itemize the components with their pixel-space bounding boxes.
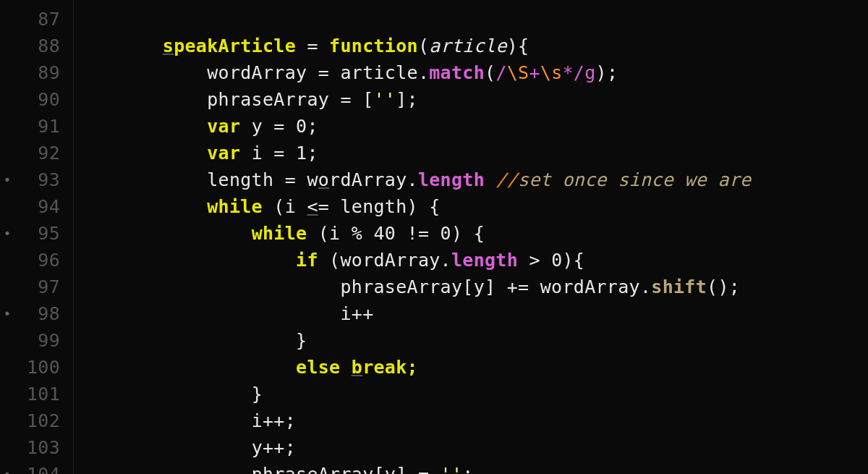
line-number[interactable]: 100 [14,354,73,381]
modification-gutter: • • • • [0,0,14,474]
code-line[interactable] [74,6,868,33]
mod-marker: • [0,166,14,193]
line-number[interactable]: 103 [14,434,73,461]
code-line[interactable]: phraseArray[y] += wordArray.shift(); [74,274,868,300]
code-line[interactable]: var y = 0; [74,113,868,140]
mod-marker [0,274,14,300]
code-line[interactable]: y++; [74,434,868,461]
mod-marker: • [0,300,14,327]
line-number[interactable]: 87 [14,6,73,33]
code-line[interactable]: if (wordArray.length > 0){ [74,247,868,274]
mod-marker [0,327,14,354]
code-line[interactable]: phraseArray = ['']; [74,86,868,113]
mod-marker [0,113,14,140]
line-number[interactable]: 98 [14,300,73,327]
code-line[interactable]: i++ [74,300,868,327]
mod-marker: • [0,220,14,247]
code-line[interactable]: } [74,327,868,354]
mod-marker [0,247,14,274]
mod-marker [0,381,14,407]
code-line[interactable]: phraseArray[y] = ''; [74,461,868,474]
code-line[interactable]: speakArticle = function(article){ [74,33,868,59]
code-line[interactable]: length = wordArray.length //set once sin… [74,166,868,193]
line-number[interactable]: 93 [14,166,73,193]
line-number[interactable]: 94 [14,193,73,220]
mod-marker [0,33,14,59]
code-line[interactable]: i++; [74,407,868,434]
line-number[interactable]: 102 [14,407,73,434]
line-number[interactable]: 99 [14,327,73,354]
mod-marker [0,434,14,461]
mod-marker [0,86,14,113]
line-number[interactable]: 88 [14,33,73,59]
line-number[interactable]: 89 [14,59,73,86]
code-editor-content[interactable]: speakArticle = function(article){ wordAr… [74,0,868,474]
code-line[interactable]: var i = 1; [74,140,868,166]
mod-marker [0,193,14,220]
line-number[interactable]: 92 [14,140,73,166]
mod-marker [0,407,14,434]
code-line[interactable]: while (i <= length) { [74,193,868,220]
mod-marker [0,6,14,33]
line-number[interactable]: 95 [14,220,73,247]
line-number[interactable]: 96 [14,247,73,274]
mod-marker [0,354,14,381]
code-line[interactable]: while (i % 40 != 0) { [74,220,868,247]
code-line[interactable]: wordArray = article.match(/\S+\s*/g); [74,59,868,86]
mod-marker: • [0,461,14,474]
line-number-gutter: 87 88 89 90 91 92 93 94 95 96 97 98 99 1… [14,0,74,474]
code-line[interactable]: } [74,381,868,407]
mod-marker [0,59,14,86]
mod-marker [0,140,14,166]
line-number[interactable]: 104 [14,461,73,474]
line-number[interactable]: 90 [14,86,73,113]
line-number[interactable]: 91 [14,113,73,140]
line-number[interactable]: 97 [14,274,73,300]
code-line[interactable]: else break; [74,354,868,381]
line-number[interactable]: 101 [14,381,73,407]
